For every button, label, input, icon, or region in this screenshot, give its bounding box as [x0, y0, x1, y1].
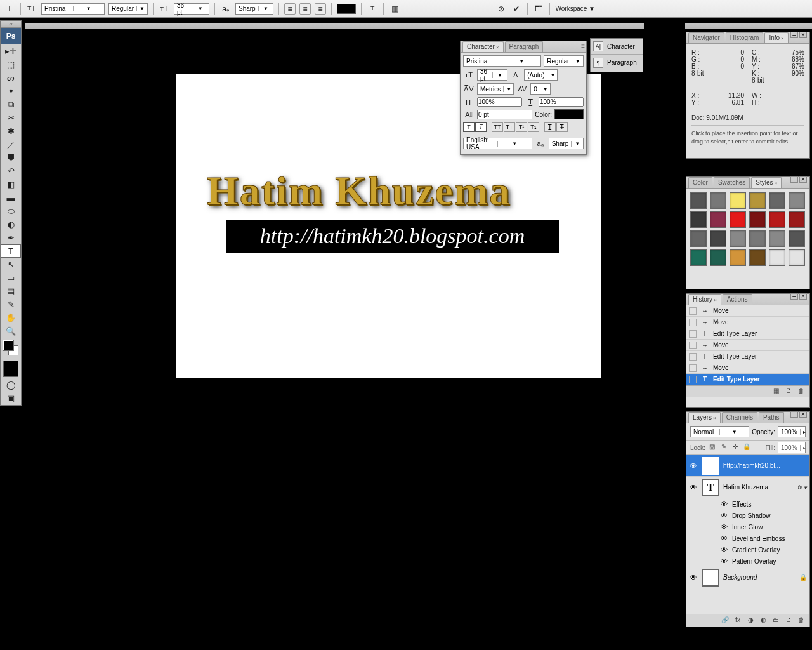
url-text-layer[interactable]: http://hatimkh20.blogspot.com: [226, 220, 559, 253]
history-new-icon[interactable]: 🗋: [784, 387, 793, 396]
adjustment-icon[interactable]: ◐: [759, 616, 768, 625]
style-swatch[interactable]: [789, 230, 805, 247]
history-item[interactable]: ↔Move: [686, 317, 809, 328]
screen-mode-tool[interactable]: ▣: [1, 392, 21, 405]
layer-effect[interactable]: 👁Gradient Overlay: [686, 544, 809, 555]
eraser-tool[interactable]: ◧: [1, 178, 21, 191]
stamp-tool[interactable]: ⛊: [1, 151, 21, 164]
move-tool[interactable]: ▸✛: [1, 44, 21, 58]
tab-character[interactable]: Character×: [462, 41, 504, 52]
history-item[interactable]: ↔Move: [686, 340, 809, 351]
layer-row[interactable]: 👁Thttp://hatimkh20.bl...: [686, 455, 809, 477]
layer-effect[interactable]: 👁Pattern Overlay: [686, 555, 809, 567]
tab-histogram[interactable]: Histogram: [726, 32, 764, 43]
cancel-icon[interactable]: ⊘: [495, 3, 507, 15]
style-swatch[interactable]: [690, 230, 707, 247]
faux-bold-icon[interactable]: T: [463, 122, 475, 132]
char-dock-icon[interactable]: A|: [593, 41, 603, 51]
tab-channels[interactable]: Channels: [722, 412, 757, 423]
allcaps-icon[interactable]: TT: [492, 122, 503, 132]
char-leading-select[interactable]: (Auto)▼: [524, 69, 558, 81]
layer-effect[interactable]: 👁Inner Glow: [686, 521, 809, 533]
mask-icon[interactable]: ◑: [746, 616, 755, 625]
char-vscale-input[interactable]: [477, 97, 522, 107]
visibility-icon[interactable]: 👁: [689, 483, 698, 492]
wand-tool[interactable]: ✦: [1, 84, 21, 98]
history-item[interactable]: ↔Move: [686, 305, 809, 317]
history-item[interactable]: TEdit Type Layer: [686, 351, 809, 362]
opacity-input[interactable]: 100%▸: [778, 426, 806, 437]
lock-pixels-icon[interactable]: ✎: [719, 443, 728, 452]
tab-styles[interactable]: Styles×: [751, 177, 782, 188]
lock-transparency-icon[interactable]: ▧: [708, 443, 717, 452]
char-font-select[interactable]: Pristina▼: [463, 55, 541, 67]
history-item[interactable]: TEdit Type Layer: [686, 374, 809, 385]
color-picker[interactable]: [1, 338, 21, 359]
lock-all-icon[interactable]: 🔒: [742, 443, 751, 452]
delete-layer-icon[interactable]: 🗑: [797, 616, 806, 625]
style-swatch[interactable]: [749, 249, 766, 266]
style-swatch[interactable]: [789, 211, 805, 228]
hand-tool[interactable]: ✋: [1, 311, 21, 324]
char-tracking-select[interactable]: 0▼: [530, 83, 551, 95]
style-swatch[interactable]: [710, 230, 726, 247]
history-delete-icon[interactable]: 🗑: [797, 387, 806, 396]
foreground-swatch[interactable]: [1, 359, 21, 378]
font-size-select[interactable]: 36 pt▼: [174, 3, 209, 15]
style-swatch[interactable]: [789, 192, 805, 209]
align-left-icon[interactable]: ≡: [284, 3, 296, 15]
para-dock-label[interactable]: Paragraph: [607, 59, 637, 66]
char-weight-select[interactable]: Regular▼: [544, 55, 584, 67]
style-swatch[interactable]: [690, 249, 707, 266]
char-size-select[interactable]: 36 pt▼: [477, 69, 508, 81]
antialias-select[interactable]: Sharp▼: [235, 3, 273, 15]
para-dock-icon[interactable]: ¶: [593, 58, 603, 68]
lock-position-icon[interactable]: ✛: [731, 443, 740, 452]
group-icon[interactable]: 🗀: [771, 616, 780, 625]
tab-actions[interactable]: Actions: [723, 294, 752, 305]
char-baseline-input[interactable]: [477, 110, 532, 119]
tab-paragraph[interactable]: Paragraph: [505, 41, 544, 52]
superscript-icon[interactable]: T¹: [516, 122, 527, 132]
char-dock-label[interactable]: Character: [607, 43, 635, 50]
tab-info[interactable]: Info×: [764, 32, 788, 43]
layer-row-background[interactable]: 👁Background🔒: [686, 567, 809, 588]
smallcaps-icon[interactable]: Tᴛ: [504, 122, 515, 132]
style-swatch[interactable]: [730, 249, 746, 266]
crop-tool[interactable]: ⧉: [1, 98, 21, 111]
visibility-icon[interactable]: 👁: [689, 461, 698, 470]
char-aa-select[interactable]: Sharp▼: [549, 138, 584, 149]
style-swatch[interactable]: [749, 192, 766, 209]
char-hscale-input[interactable]: [539, 97, 584, 107]
pen-tool[interactable]: ✒: [1, 231, 21, 244]
align-center-icon[interactable]: ≡: [299, 3, 311, 15]
quick-mask-icon[interactable]: ◯: [1, 378, 21, 392]
gold-title-text[interactable]: Hatim Khuzema: [207, 168, 511, 215]
tab-color[interactable]: Color: [688, 177, 712, 188]
eyedropper-tool[interactable]: ✎: [1, 298, 21, 311]
faux-italic-icon[interactable]: T: [475, 122, 487, 132]
new-layer-icon[interactable]: 🗋: [784, 616, 793, 625]
style-swatch[interactable]: [769, 192, 785, 209]
toggle-panels-icon[interactable]: ▥: [389, 3, 400, 15]
tab-history[interactable]: History×: [688, 294, 721, 305]
style-swatch[interactable]: [690, 211, 707, 228]
history-snapshot-icon[interactable]: ▦: [771, 387, 780, 396]
style-swatch[interactable]: [730, 230, 746, 247]
fx-icon[interactable]: fx: [733, 616, 742, 625]
style-swatch[interactable]: [749, 230, 766, 247]
brush-tool[interactable]: ／: [1, 138, 21, 151]
slice-tool[interactable]: ✂: [1, 111, 21, 124]
style-swatch[interactable]: [749, 211, 766, 228]
blur-tool[interactable]: ⬭: [1, 204, 21, 218]
style-swatch[interactable]: [789, 249, 805, 266]
style-swatch[interactable]: [710, 211, 726, 228]
layer-effect[interactable]: 👁Bevel and Emboss: [686, 533, 809, 544]
healing-tool[interactable]: ✱: [1, 124, 21, 138]
type-tool[interactable]: T: [1, 244, 21, 258]
style-swatch[interactable]: [730, 192, 746, 209]
strikethrough-icon[interactable]: T̶: [556, 122, 568, 132]
dock-grip[interactable]: ››: [1, 21, 21, 28]
tab-swatches[interactable]: Swatches: [714, 177, 750, 188]
path-tool[interactable]: ↖: [1, 258, 21, 271]
